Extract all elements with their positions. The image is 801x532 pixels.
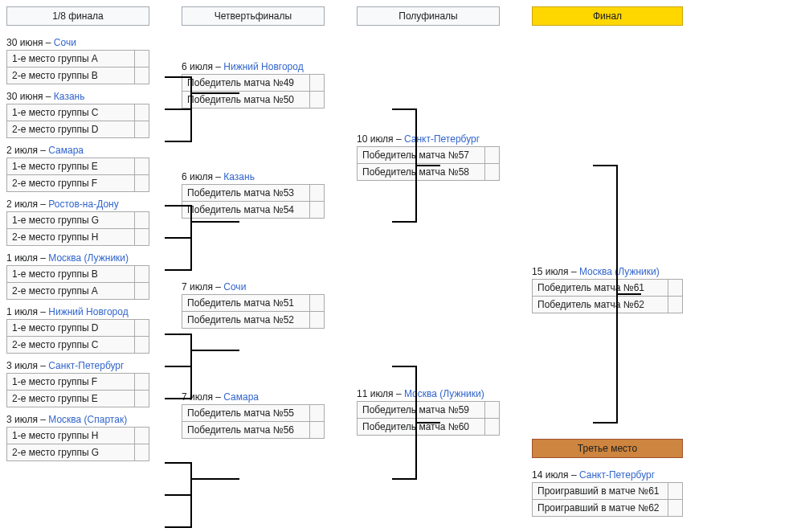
team-cell: Победитель матча №51: [182, 294, 310, 312]
city-link[interactable]: Москва (Лужники): [404, 388, 484, 399]
team-cell: Победитель матча №57: [357, 146, 485, 164]
score-cell: [668, 297, 683, 313]
team-cell: 1-е место группы G: [6, 211, 135, 229]
match-date: 2 июля – Самара: [6, 143, 149, 158]
score-cell: [135, 211, 149, 229]
city-link[interactable]: Санкт-Петербург: [48, 360, 124, 371]
city-link[interactable]: Санкт-Петербург: [404, 133, 480, 145]
match-date: 3 июля – Москва (Спартак): [6, 412, 149, 427]
team-cell: Победитель матча №58: [357, 164, 485, 181]
score-cell: [485, 401, 500, 419]
score-cell: [135, 121, 149, 138]
score-cell: [668, 500, 683, 517]
semifinals-column: Полуфиналы 10 июля – Санкт-Петербург Поб…: [357, 6, 500, 440]
team-cell: Победитель матча №55: [182, 404, 310, 422]
team-cell: 2-е место группы H: [6, 229, 135, 246]
score-cell: [310, 202, 325, 219]
sf-match: 10 июля – Санкт-Петербург Победитель мат…: [357, 132, 500, 181]
header-r16: 1/8 финала: [6, 6, 149, 26]
quarterfinals-column: Четвертьфиналы 6 июля – Нижний Новгород …: [182, 6, 325, 444]
header-qf: Четвертьфиналы: [182, 6, 325, 26]
score-cell: [135, 229, 149, 246]
team-cell: Победитель матча №50: [182, 92, 310, 108]
score-cell: [135, 104, 149, 121]
team-cell: 1-е место группы F: [6, 373, 135, 391]
match-date: 1 июля – Нижний Новгород: [6, 305, 149, 319]
qf-match: 6 июля – Казань Победитель матча №53 Поб…: [182, 170, 325, 219]
team-cell: 1-е место группы B: [6, 265, 135, 283]
r16-match: 2 июля – Ростов-на-Дону 1-е место группы…: [6, 197, 149, 246]
city-link[interactable]: Москва (Лужники): [48, 252, 129, 264]
r16-match: 1 июля – Москва (Лужники) 1-е место груп…: [6, 251, 149, 300]
match-date: 3 июля – Санкт-Петербург: [6, 358, 149, 373]
city-link[interactable]: Москва (Лужники): [579, 266, 660, 277]
match-date: 1 июля – Москва (Лужники): [6, 251, 149, 265]
r16-match: 30 июня – Сочи 1-е место группы A 2-е ме…: [6, 35, 149, 84]
match-date: 14 июля – Санкт-Петербург: [532, 468, 683, 482]
qf-match: 6 июля – Нижний Новгород Победитель матч…: [182, 59, 325, 108]
score-cell: [310, 294, 325, 312]
match-date: 2 июля – Ростов-на-Дону: [6, 197, 149, 211]
score-cell: [485, 146, 500, 164]
score-cell: [310, 184, 325, 202]
score-cell: [310, 74, 325, 92]
city-link[interactable]: Самара: [48, 145, 84, 156]
team-cell: Победитель матча №52: [182, 312, 310, 329]
team-cell: Победитель матча №61: [532, 279, 668, 297]
team-cell: 2-е место группы A: [6, 283, 135, 300]
city-link[interactable]: Нижний Новгород: [223, 61, 303, 72]
team-cell: 1-е место группы D: [6, 319, 135, 337]
match-date: 6 июля – Казань: [182, 170, 325, 184]
score-cell: [135, 158, 149, 175]
city-link[interactable]: Сочи: [223, 281, 246, 293]
team-cell: Победитель матча №49: [182, 74, 310, 92]
score-cell: [310, 312, 325, 329]
match-date: 30 июня – Сочи: [6, 35, 149, 50]
team-cell: Победитель матча №59: [357, 401, 485, 419]
city-link[interactable]: Самара: [223, 391, 259, 403]
match-date: 15 июля – Москва (Лужники): [532, 264, 683, 279]
qf-match: 7 июля – Самара Победитель матча №55 Поб…: [182, 390, 325, 439]
third-place-match: 14 июля – Санкт-Петербург Проигравший в …: [532, 468, 683, 517]
r16-match: 30 июня – Казань 1-е место группы C 2-е …: [6, 89, 149, 138]
final-column: Финал 15 июля – Москва (Лужники) Победит…: [532, 6, 683, 522]
score-cell: [135, 337, 149, 354]
r16-match: 1 июля – Нижний Новгород 1-е место групп…: [6, 305, 149, 354]
score-cell: [135, 319, 149, 337]
team-cell: 2-е место группы B: [6, 68, 135, 84]
final-match: 15 июля – Москва (Лужники) Победитель ма…: [532, 264, 683, 313]
score-cell: [135, 283, 149, 300]
score-cell: [135, 444, 149, 461]
city-link[interactable]: Казань: [223, 171, 255, 182]
score-cell: [485, 164, 500, 181]
match-date: 30 июня – Казань: [6, 89, 149, 104]
r16-match: 2 июля – Самара 1-е место группы E 2-е м…: [6, 143, 149, 192]
score-cell: [310, 404, 325, 422]
qf-match: 7 июля – Сочи Победитель матча №51 Побед…: [182, 280, 325, 329]
team-cell: 1-е место группы E: [6, 158, 135, 175]
city-link[interactable]: Ростов-на-Дону: [48, 198, 118, 210]
score-cell: [310, 422, 325, 439]
city-link[interactable]: Казань: [54, 91, 85, 102]
team-cell: Победитель матча №53: [182, 184, 310, 202]
city-link[interactable]: Нижний Новгород: [48, 306, 128, 317]
city-link[interactable]: Сочи: [54, 37, 76, 48]
city-link[interactable]: Москва (Спартак): [48, 414, 127, 425]
score-cell: [135, 391, 149, 407]
team-cell: 1-е место группы H: [6, 427, 135, 444]
city-link[interactable]: Санкт-Петербург: [579, 469, 655, 481]
score-cell: [135, 175, 149, 192]
score-cell: [668, 279, 683, 297]
match-date: 7 июля – Сочи: [182, 280, 325, 294]
team-cell: Проигравший в матче №61: [532, 482, 668, 500]
score-cell: [668, 482, 683, 500]
team-cell: Проигравший в матче №62: [532, 500, 668, 517]
match-date: 10 июля – Санкт-Петербург: [357, 132, 500, 146]
team-cell: 1-е место группы C: [6, 104, 135, 121]
score-cell: [135, 373, 149, 391]
team-cell: 2-е место группы C: [6, 337, 135, 354]
sf-match: 11 июля – Москва (Лужники) Победитель ма…: [357, 387, 500, 436]
team-cell: 1-е место группы A: [6, 50, 135, 68]
score-cell: [135, 68, 149, 84]
match-date: 6 июля – Нижний Новгород: [182, 59, 325, 74]
